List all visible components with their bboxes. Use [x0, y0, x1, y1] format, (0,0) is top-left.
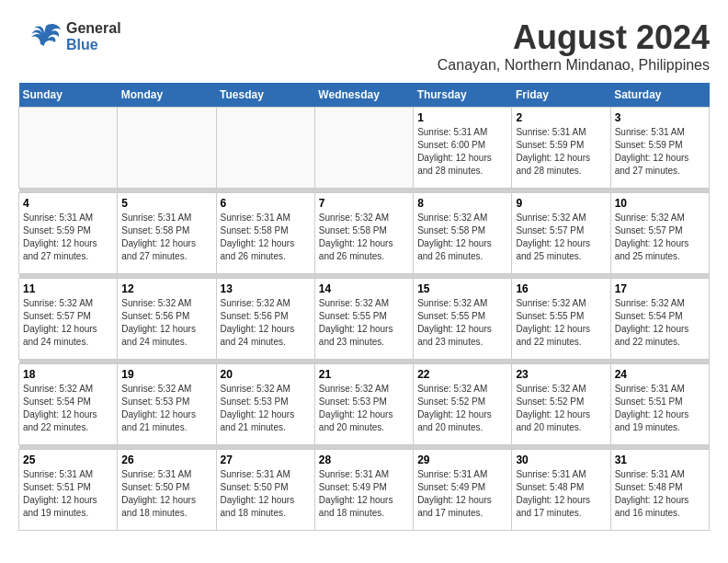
list-item: [19, 108, 118, 189]
col-wednesday: Wednesday: [314, 83, 413, 108]
day-info: Sunrise: 5:32 AMSunset: 5:53 PMDaylight:…: [319, 383, 409, 434]
day-number: 19: [121, 368, 211, 381]
day-number: 10: [615, 197, 705, 210]
day-number: 9: [516, 197, 606, 210]
list-item: 6Sunrise: 5:31 AMSunset: 5:58 PMDaylight…: [216, 193, 314, 274]
day-info: Sunrise: 5:31 AMSunset: 5:49 PMDaylight:…: [417, 468, 507, 520]
day-number: 7: [319, 197, 409, 210]
day-info: Sunrise: 5:32 AMSunset: 5:55 PMDaylight:…: [417, 297, 507, 349]
day-info: Sunrise: 5:32 AMSunset: 5:55 PMDaylight:…: [319, 297, 409, 349]
list-item: 21Sunrise: 5:32 AMSunset: 5:53 PMDayligh…: [314, 364, 413, 445]
day-info: Sunrise: 5:31 AMSunset: 5:59 PMDaylight:…: [615, 126, 705, 178]
day-info: Sunrise: 5:31 AMSunset: 5:51 PMDaylight:…: [23, 468, 113, 520]
list-item: 3Sunrise: 5:31 AMSunset: 5:59 PMDaylight…: [610, 108, 709, 189]
day-number: 18: [23, 368, 113, 381]
day-number: 26: [121, 454, 211, 466]
day-info: Sunrise: 5:31 AMSunset: 5:48 PMDaylight:…: [516, 468, 606, 520]
list-item: 31Sunrise: 5:31 AMSunset: 5:48 PMDayligh…: [610, 450, 709, 531]
subtitle: Canayan, Northern Mindanao, Philippines: [438, 57, 710, 74]
main-title: August 2024: [438, 18, 710, 57]
logo-general: General: [66, 20, 121, 37]
day-info: Sunrise: 5:32 AMSunset: 5:58 PMDaylight:…: [319, 212, 409, 263]
list-item: 5Sunrise: 5:31 AMSunset: 5:58 PMDaylight…: [118, 193, 216, 274]
day-number: 16: [516, 282, 606, 295]
day-info: Sunrise: 5:31 AMSunset: 5:51 PMDaylight:…: [615, 383, 705, 434]
list-item: 19Sunrise: 5:32 AMSunset: 5:53 PMDayligh…: [118, 364, 216, 445]
table-row: 4Sunrise: 5:31 AMSunset: 5:59 PMDaylight…: [19, 193, 710, 274]
list-item: 4Sunrise: 5:31 AMSunset: 5:59 PMDaylight…: [19, 193, 118, 274]
day-info: Sunrise: 5:32 AMSunset: 5:56 PMDaylight:…: [121, 297, 211, 349]
day-number: 3: [615, 111, 705, 124]
day-number: 31: [615, 454, 705, 466]
day-info: Sunrise: 5:31 AMSunset: 5:59 PMDaylight:…: [516, 126, 606, 178]
calendar-header-row: Sunday Monday Tuesday Wednesday Thursday…: [19, 83, 710, 108]
table-row: 11Sunrise: 5:32 AMSunset: 5:57 PMDayligh…: [19, 279, 710, 360]
day-info: Sunrise: 5:32 AMSunset: 5:57 PMDaylight:…: [615, 212, 705, 263]
list-item: 11Sunrise: 5:32 AMSunset: 5:57 PMDayligh…: [19, 279, 118, 360]
day-info: Sunrise: 5:31 AMSunset: 5:58 PMDaylight:…: [121, 212, 211, 263]
day-number: 28: [319, 454, 409, 466]
calendar-table: Sunday Monday Tuesday Wednesday Thursday…: [18, 83, 710, 531]
logo: General Blue: [18, 18, 121, 55]
table-row: 1Sunrise: 5:31 AMSunset: 6:00 PMDaylight…: [19, 108, 710, 189]
logo-icon: [18, 18, 63, 55]
list-item: 10Sunrise: 5:32 AMSunset: 5:57 PMDayligh…: [610, 193, 709, 274]
day-number: 23: [516, 368, 606, 381]
day-number: 6: [221, 197, 311, 210]
day-info: Sunrise: 5:32 AMSunset: 5:53 PMDaylight:…: [121, 383, 211, 434]
list-item: 7Sunrise: 5:32 AMSunset: 5:58 PMDaylight…: [314, 193, 413, 274]
col-saturday: Saturday: [610, 83, 709, 108]
list-item: 23Sunrise: 5:32 AMSunset: 5:52 PMDayligh…: [512, 364, 610, 445]
day-number: 1: [417, 111, 507, 124]
day-number: 11: [23, 282, 113, 295]
day-info: Sunrise: 5:32 AMSunset: 5:57 PMDaylight:…: [516, 212, 606, 263]
day-number: 2: [516, 111, 606, 124]
day-number: 30: [516, 454, 606, 466]
list-item: 9Sunrise: 5:32 AMSunset: 5:57 PMDaylight…: [512, 193, 610, 274]
list-item: 26Sunrise: 5:31 AMSunset: 5:50 PMDayligh…: [118, 450, 216, 531]
day-info: Sunrise: 5:31 AMSunset: 5:59 PMDaylight:…: [23, 212, 113, 263]
day-info: Sunrise: 5:31 AMSunset: 6:00 PMDaylight:…: [417, 126, 507, 178]
day-info: Sunrise: 5:32 AMSunset: 5:54 PMDaylight:…: [23, 383, 113, 434]
list-item: [216, 108, 314, 189]
list-item: 20Sunrise: 5:32 AMSunset: 5:53 PMDayligh…: [216, 364, 314, 445]
list-item: [314, 108, 413, 189]
list-item: 24Sunrise: 5:31 AMSunset: 5:51 PMDayligh…: [610, 364, 709, 445]
page-header: General Blue August 2024 Canayan, Northe…: [18, 18, 710, 74]
list-item: 25Sunrise: 5:31 AMSunset: 5:51 PMDayligh…: [19, 450, 118, 531]
list-item: 27Sunrise: 5:31 AMSunset: 5:50 PMDayligh…: [216, 450, 314, 531]
title-block: August 2024 Canayan, Northern Mindanao, …: [438, 18, 710, 74]
list-item: [118, 108, 216, 189]
day-number: 25: [23, 454, 113, 466]
day-info: Sunrise: 5:31 AMSunset: 5:50 PMDaylight:…: [121, 468, 211, 520]
list-item: 30Sunrise: 5:31 AMSunset: 5:48 PMDayligh…: [512, 450, 610, 531]
col-tuesday: Tuesday: [216, 83, 314, 108]
day-info: Sunrise: 5:32 AMSunset: 5:58 PMDaylight:…: [417, 212, 507, 263]
day-number: 4: [23, 197, 113, 210]
day-info: Sunrise: 5:31 AMSunset: 5:50 PMDaylight:…: [221, 468, 311, 520]
day-info: Sunrise: 5:31 AMSunset: 5:48 PMDaylight:…: [615, 468, 705, 520]
day-number: 8: [417, 197, 507, 210]
table-row: 25Sunrise: 5:31 AMSunset: 5:51 PMDayligh…: [19, 450, 710, 531]
day-info: Sunrise: 5:32 AMSunset: 5:54 PMDaylight:…: [615, 297, 705, 349]
col-sunday: Sunday: [19, 83, 118, 108]
list-item: 28Sunrise: 5:31 AMSunset: 5:49 PMDayligh…: [314, 450, 413, 531]
day-number: 21: [319, 368, 409, 381]
list-item: 8Sunrise: 5:32 AMSunset: 5:58 PMDaylight…: [414, 193, 512, 274]
logo-blue: Blue: [66, 37, 121, 53]
day-number: 5: [121, 197, 211, 210]
day-number: 22: [417, 368, 507, 381]
day-number: 24: [615, 368, 705, 381]
col-monday: Monday: [118, 83, 216, 108]
list-item: 13Sunrise: 5:32 AMSunset: 5:56 PMDayligh…: [216, 279, 314, 360]
day-info: Sunrise: 5:32 AMSunset: 5:53 PMDaylight:…: [221, 383, 311, 434]
day-number: 27: [221, 454, 311, 466]
list-item: 2Sunrise: 5:31 AMSunset: 5:59 PMDaylight…: [512, 108, 610, 189]
list-item: 17Sunrise: 5:32 AMSunset: 5:54 PMDayligh…: [610, 279, 709, 360]
day-number: 29: [417, 454, 507, 466]
day-number: 17: [615, 282, 705, 295]
list-item: 22Sunrise: 5:32 AMSunset: 5:52 PMDayligh…: [414, 364, 512, 445]
list-item: 1Sunrise: 5:31 AMSunset: 6:00 PMDaylight…: [414, 108, 512, 189]
col-thursday: Thursday: [414, 83, 512, 108]
day-info: Sunrise: 5:31 AMSunset: 5:49 PMDaylight:…: [319, 468, 409, 520]
